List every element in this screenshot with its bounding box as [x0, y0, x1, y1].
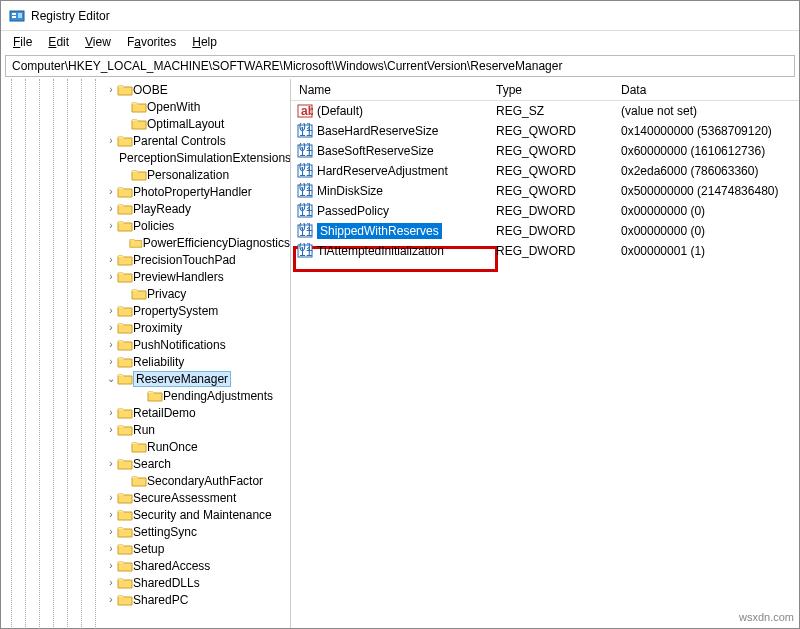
value-data: 0x2eda6000 (786063360) [621, 164, 799, 178]
tree-item[interactable]: ⌄ReserveManager [1, 370, 290, 387]
expand-icon[interactable]: › [105, 271, 117, 282]
value-row[interactable]: PassedPolicyREG_DWORD0x00000000 (0) [291, 201, 799, 221]
tree-item[interactable]: ›SettingSync [1, 523, 290, 540]
folder-icon [117, 525, 133, 539]
values-pane[interactable]: Name Type Data (Default)REG_SZ(value not… [291, 79, 799, 629]
tree-item-label: PrecisionTouchPad [133, 253, 236, 267]
tree-item[interactable]: ›PreviewHandlers [1, 268, 290, 285]
address-bar[interactable]: Computer\HKEY_LOCAL_MACHINE\SOFTWARE\Mic… [5, 55, 795, 77]
tree-item[interactable]: ›PushNotifications [1, 336, 290, 353]
folder-icon [131, 117, 147, 131]
expand-icon[interactable]: › [105, 135, 117, 146]
folder-icon [117, 406, 133, 420]
tree-item[interactable]: PowerEfficiencyDiagnostics [1, 234, 290, 251]
tree-item[interactable]: ›Proximity [1, 319, 290, 336]
expand-icon[interactable]: › [105, 492, 117, 503]
value-data: (value not set) [621, 104, 799, 118]
value-type: REG_DWORD [496, 244, 621, 258]
tree-item[interactable]: ›PhotoPropertyHandler [1, 183, 290, 200]
tree-item[interactable]: ›SharedAccess [1, 557, 290, 574]
folder-icon [131, 287, 147, 301]
menu-favorites[interactable]: Favorites [119, 33, 184, 51]
value-row[interactable]: (Default)REG_SZ(value not set) [291, 101, 799, 121]
expand-icon[interactable]: › [105, 407, 117, 418]
expand-icon[interactable]: › [105, 254, 117, 265]
menu-view[interactable]: View [77, 33, 119, 51]
value-name: PassedPolicy [317, 204, 389, 218]
value-data: 0x00000001 (1) [621, 244, 799, 258]
value-data: 0x00000000 (0) [621, 224, 799, 238]
expand-icon[interactable]: › [105, 356, 117, 367]
column-type[interactable]: Type [496, 83, 621, 97]
value-row[interactable]: ShippedWithReservesREG_DWORD0x00000000 (… [291, 221, 799, 241]
folder-icon [117, 253, 133, 267]
expand-icon[interactable]: › [105, 339, 117, 350]
reg-binary-icon [297, 203, 313, 219]
value-row[interactable]: BaseSoftReserveSizeREG_QWORD0x60000000 (… [291, 141, 799, 161]
expand-icon[interactable]: › [105, 458, 117, 469]
value-name: ShippedWithReserves [317, 223, 442, 239]
tree-item[interactable]: OptimalLayout [1, 115, 290, 132]
expand-icon[interactable]: › [105, 186, 117, 197]
menu-edit[interactable]: Edit [40, 33, 77, 51]
menu-file[interactable]: File [5, 33, 40, 51]
menu-help[interactable]: Help [184, 33, 225, 51]
tree-item[interactable]: ›Parental Controls [1, 132, 290, 149]
tree-item[interactable]: ›Search [1, 455, 290, 472]
folder-icon [117, 270, 133, 284]
tree-item[interactable]: ›Policies [1, 217, 290, 234]
tree-item[interactable]: Privacy [1, 285, 290, 302]
expand-icon[interactable]: › [105, 305, 117, 316]
expand-icon[interactable]: › [105, 560, 117, 571]
expand-icon[interactable]: › [105, 526, 117, 537]
tree-item-label: Parental Controls [133, 134, 226, 148]
tree-item-label: PreviewHandlers [133, 270, 224, 284]
tree-item[interactable]: ›SharedDLLs [1, 574, 290, 591]
tree-item[interactable]: RunOnce [1, 438, 290, 455]
folder-icon [131, 100, 147, 114]
folder-icon [117, 576, 133, 590]
tree-item[interactable]: SecondaryAuthFactor [1, 472, 290, 489]
value-row[interactable]: BaseHardReserveSizeREG_QWORD0x140000000 … [291, 121, 799, 141]
expand-icon[interactable]: › [105, 424, 117, 435]
expand-icon[interactable]: › [105, 203, 117, 214]
folder-icon [117, 202, 133, 216]
folder-icon [117, 423, 133, 437]
value-name: TiAttemptedInitialization [317, 244, 444, 258]
tree-pane[interactable]: ›OOBEOpenWithOptimalLayout›Parental Cont… [1, 79, 291, 629]
tree-item[interactable]: ›Reliability [1, 353, 290, 370]
tree-item[interactable]: OpenWith [1, 98, 290, 115]
tree-item[interactable]: ›SecureAssessment [1, 489, 290, 506]
expand-icon[interactable]: › [105, 220, 117, 231]
column-data[interactable]: Data [621, 83, 799, 97]
tree-item[interactable]: ›RetailDemo [1, 404, 290, 421]
expand-icon[interactable]: › [105, 509, 117, 520]
tree-item[interactable]: ›Run [1, 421, 290, 438]
expand-icon[interactable]: › [105, 577, 117, 588]
tree-item[interactable]: ›OOBE [1, 81, 290, 98]
tree-item-label: PowerEfficiencyDiagnostics [143, 236, 290, 250]
tree-item[interactable]: ›Setup [1, 540, 290, 557]
value-row[interactable]: TiAttemptedInitializationREG_DWORD0x0000… [291, 241, 799, 261]
value-row[interactable]: MinDiskSizeREG_QWORD0x500000000 (2147483… [291, 181, 799, 201]
tree-item-label: Search [133, 457, 171, 471]
tree-item[interactable]: ›PropertySystem [1, 302, 290, 319]
svg-rect-2 [12, 16, 16, 18]
expand-icon[interactable]: › [105, 322, 117, 333]
tree-item[interactable]: Personalization [1, 166, 290, 183]
tree-item[interactable]: PendingAdjustments [1, 387, 290, 404]
svg-rect-1 [12, 13, 16, 15]
columns-header[interactable]: Name Type Data [291, 79, 799, 101]
expand-icon[interactable]: › [105, 594, 117, 605]
column-name[interactable]: Name [291, 83, 496, 97]
folder-icon [117, 355, 133, 369]
tree-item[interactable]: ›SharedPC [1, 591, 290, 608]
expand-icon[interactable]: › [105, 84, 117, 95]
tree-item[interactable]: ›PrecisionTouchPad [1, 251, 290, 268]
tree-item[interactable]: ›Security and Maintenance [1, 506, 290, 523]
expand-icon[interactable]: ⌄ [105, 373, 117, 384]
expand-icon[interactable]: › [105, 543, 117, 554]
tree-item[interactable]: PerceptionSimulationExtensions [1, 149, 290, 166]
value-row[interactable]: HardReserveAdjustmentREG_QWORD0x2eda6000… [291, 161, 799, 181]
tree-item[interactable]: ›PlayReady [1, 200, 290, 217]
